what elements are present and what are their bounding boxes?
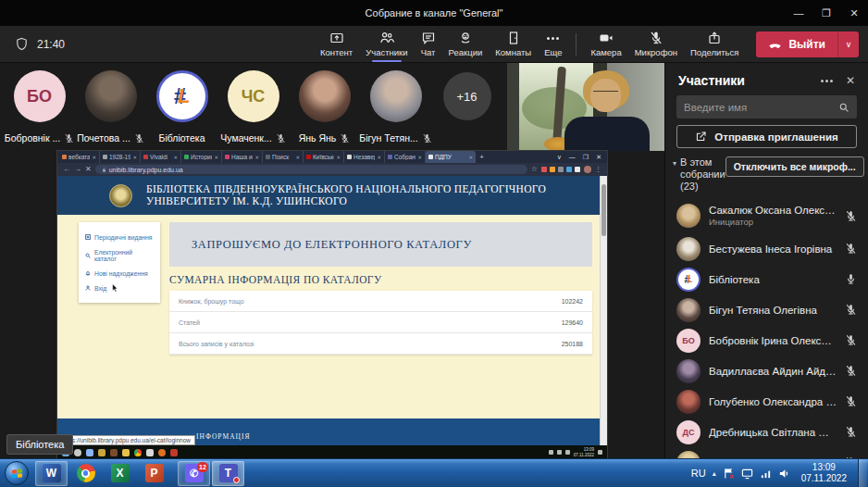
- extension-icon[interactable]: [558, 167, 564, 172]
- taskbar-viber-button[interactable]: ✆ 12: [178, 461, 210, 486]
- page-scrollbar[interactable]: [600, 176, 607, 445]
- remote-app-icon[interactable]: [158, 449, 166, 456]
- leave-button[interactable]: Выйти: [756, 31, 837, 57]
- participant-row[interactable]: Вадиллаєва Айдин Айдин: [665, 356, 868, 386]
- close-tab-icon[interactable]: ✕: [336, 155, 341, 160]
- close-tab-icon[interactable]: ✕: [132, 155, 137, 160]
- language-indicator[interactable]: RU: [691, 468, 706, 479]
- browser-tab-active[interactable]: ПДПУ✕: [426, 151, 476, 163]
- rooms-button[interactable]: Комнаты: [489, 26, 538, 63]
- extension-icon[interactable]: [575, 167, 580, 172]
- extension-icon[interactable]: [541, 167, 547, 172]
- close-tab-icon[interactable]: ✕: [254, 155, 259, 160]
- participant-row[interactable]: Голубенко Олександра Вікторі...: [665, 386, 868, 417]
- menu-item-new-arrivals[interactable]: Нові надходження: [85, 266, 154, 281]
- mute-all-button[interactable]: Отключить все микроф...: [725, 156, 864, 177]
- show-desktop-button[interactable]: [858, 459, 867, 487]
- mic-muted-icon[interactable]: [845, 210, 857, 222]
- remote-chrome-icon[interactable]: [134, 449, 142, 456]
- mic-on-icon[interactable]: [845, 273, 857, 285]
- extension-icon[interactable]: [566, 167, 572, 172]
- remote-taskview-icon[interactable]: [86, 449, 93, 456]
- participant-row[interactable]: ДС Дребницька Світлана Сергіївна: [665, 417, 868, 447]
- taskbar-word-button[interactable]: W: [35, 461, 68, 486]
- scrollbar-thumb[interactable]: [601, 184, 606, 236]
- taskbar-powerpoint-button[interactable]: P: [138, 461, 170, 486]
- participant-row[interactable]: Бігун Тетяна Олегівна: [665, 294, 868, 325]
- browser-tab[interactable]: Поиск✕: [263, 151, 304, 163]
- browser-maximize[interactable]: ❐: [583, 154, 589, 161]
- participant-row[interactable]: БО Бобровнік Ірина Олександрівна: [665, 325, 868, 356]
- browser-tab[interactable]: Наша исто✕: [222, 151, 263, 163]
- remote-folder-icon[interactable]: [122, 449, 130, 456]
- participants-button[interactable]: Участники: [359, 26, 414, 63]
- extension-icon[interactable]: [550, 167, 555, 172]
- participant-row[interactable]: Сакалюк Оксана Олександрівна Инициатор: [665, 198, 868, 233]
- close-tab-icon[interactable]: ✕: [417, 155, 422, 160]
- browser-tab[interactable]: Vivaldi✕: [141, 151, 181, 163]
- bookmark-star-icon[interactable]: ☆: [531, 166, 538, 173]
- content-button[interactable]: Контент: [314, 26, 359, 63]
- tile-yan[interactable]: Янь Янь: [289, 70, 360, 144]
- mic-muted-icon[interactable]: [845, 426, 857, 438]
- close-tab-icon[interactable]: ✕: [92, 155, 96, 160]
- mic-muted-icon[interactable]: [845, 304, 857, 316]
- search-input[interactable]: [684, 102, 833, 113]
- mic-muted-icon[interactable]: [845, 365, 857, 377]
- taskbar-clock[interactable]: 13:09 07.11.2022: [797, 462, 851, 484]
- taskbar-chrome-button[interactable]: [69, 461, 102, 486]
- microphone-button[interactable]: Микрофон: [628, 26, 684, 63]
- remote-app-icon[interactable]: [146, 449, 154, 456]
- maximize-button[interactable]: ❐: [812, 0, 840, 26]
- remote-app-icon[interactable]: [110, 449, 118, 456]
- panel-more-icon[interactable]: [821, 73, 833, 88]
- menu-item-catalog[interactable]: Електронний каталог: [85, 244, 154, 266]
- browser-tab[interactable]: 1928-1939✕: [100, 151, 141, 163]
- back-icon[interactable]: ←: [63, 166, 70, 173]
- taskbar-excel-button[interactable]: X: [104, 461, 136, 486]
- browser-tab[interactable]: Київсько✕: [304, 151, 344, 163]
- participant-row[interactable]: Бестужева Інеса Ігорівна: [665, 233, 868, 264]
- start-button[interactable]: [5, 461, 29, 485]
- more-button[interactable]: Еще: [538, 26, 568, 63]
- camera-button[interactable]: Камера: [584, 26, 627, 63]
- panel-close-icon[interactable]: ✕: [846, 74, 855, 87]
- url-field[interactable]: unibib.library.pdpu.edu.ua: [95, 165, 527, 174]
- tile-overflow[interactable]: +16: [431, 70, 502, 120]
- close-tab-icon[interactable]: ✕: [214, 155, 218, 160]
- mic-muted-icon[interactable]: [845, 395, 857, 407]
- tile-pochetova[interactable]: Почетова ...: [75, 70, 146, 144]
- taskbar-teams-button[interactable]: T: [212, 461, 244, 486]
- close-button[interactable]: ✕: [840, 0, 868, 26]
- browser-minimize[interactable]: —: [569, 154, 576, 160]
- menu-item-login[interactable]: Вхід: [85, 281, 154, 295]
- tile-bihun[interactable]: Бігун Тетян...: [360, 70, 431, 144]
- chat-button[interactable]: Чат: [415, 26, 442, 63]
- new-tab-button[interactable]: +: [476, 151, 488, 163]
- remote-app-icon[interactable]: [170, 449, 178, 456]
- pc-status-icon[interactable]: [741, 468, 753, 480]
- browser-tab[interactable]: Истории✕: [181, 151, 222, 163]
- remote-search-icon[interactable]: [74, 449, 81, 456]
- mic-muted-icon[interactable]: [845, 334, 857, 346]
- speaker-icon[interactable]: [778, 468, 790, 480]
- reactions-button[interactable]: Реакции: [442, 26, 490, 63]
- mic-muted-icon[interactable]: [845, 243, 857, 255]
- network-signal-icon[interactable]: [760, 468, 772, 480]
- participant-row[interactable]: #L Бібліотека: [665, 264, 868, 294]
- action-center-flag-icon[interactable]: ✕: [723, 468, 735, 480]
- browser-tab[interactable]: Собрани✕: [385, 151, 426, 163]
- browser-profile-avatar[interactable]: [584, 166, 591, 173]
- share-button[interactable]: Поделиться: [684, 26, 745, 63]
- remote-app-icon[interactable]: [98, 449, 105, 456]
- tile-biblioteka[interactable]: #L Бібліотека: [146, 70, 217, 144]
- close-tab-icon[interactable]: ✕: [173, 155, 178, 160]
- tile-bobrovnik[interactable]: БО Бобровнік ...: [4, 70, 75, 144]
- close-tab-icon[interactable]: ✕: [468, 155, 473, 160]
- close-tab-icon[interactable]: ✕: [295, 155, 300, 160]
- send-invite-button[interactable]: Отправка приглашения: [676, 125, 857, 148]
- leave-options-caret[interactable]: ∨: [837, 31, 859, 57]
- close-tab-icon[interactable]: ✕: [377, 155, 381, 160]
- tray-expand-icon[interactable]: ▴: [713, 469, 716, 478]
- chevron-down-icon[interactable]: ▾: [673, 159, 676, 168]
